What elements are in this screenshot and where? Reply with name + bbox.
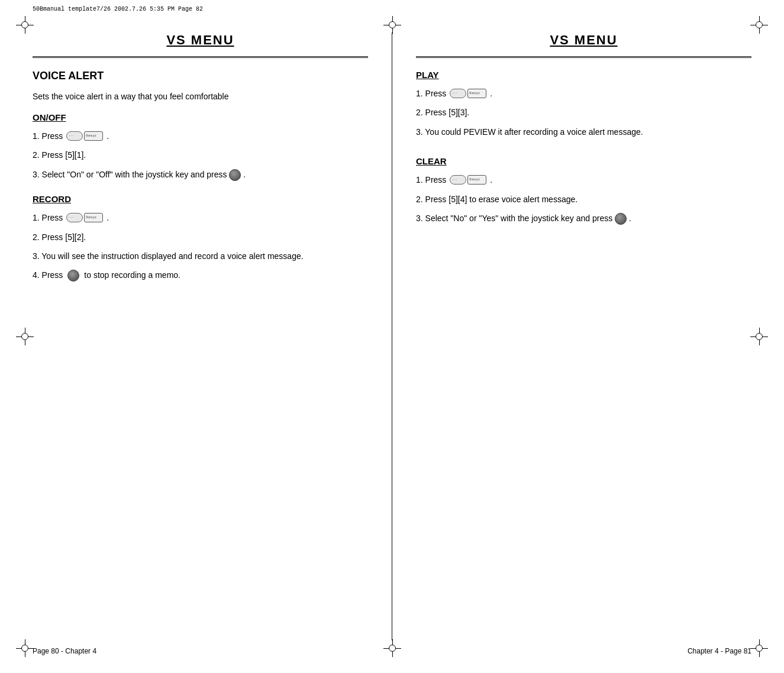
record-step1: 1. Press .: [33, 211, 368, 224]
oval-button-icon-1: [66, 131, 83, 141]
record-heading: RECORD: [33, 194, 368, 204]
voice-alert-heading: VOICE ALERT: [33, 70, 368, 82]
record-section: RECORD 1. Press . 2. Press [5][2]. 3. Yo…: [33, 194, 368, 282]
on-off-step2: 2. Press [5][1].: [33, 148, 368, 161]
record-step3: 3. You will see the instruction displaye…: [33, 250, 368, 263]
menu-button-1: [66, 131, 103, 141]
play-step2: 2. Press [5][3].: [416, 106, 751, 119]
left-column: VS MENU VOICE ALERT Sets the voice alert…: [33, 33, 392, 640]
oval-button-icon-4: [450, 175, 466, 185]
voice-alert-intro: Sets the voice alert in a way that you f…: [33, 90, 368, 103]
registration-mark-ml: [16, 328, 34, 345]
on-off-step1: 1. Press .: [33, 130, 368, 143]
left-page-title: VS MENU: [33, 33, 368, 48]
registration-mark-mr: [750, 328, 768, 345]
file-info-text: 50Bmanual template7/26 2002.7.26 5:35 PM…: [33, 6, 203, 12]
menu-button-2: [66, 213, 103, 222]
ok-button-icon-2: [67, 270, 79, 282]
registration-mark-br: [750, 639, 768, 657]
registration-mark-tc: [383, 16, 401, 34]
registration-mark-bl: [16, 639, 34, 657]
on-off-heading: ON/OFF: [33, 112, 368, 122]
play-step3: 3. You could PEVIEW it after recording a…: [416, 125, 751, 138]
title-divider-left: [33, 56, 368, 58]
ok-button-icon-1: [229, 169, 241, 181]
right-page-title: VS MENU: [416, 33, 751, 48]
on-off-step3: 3. Select "On" or "Off" with the joystic…: [33, 168, 368, 181]
clear-step3: 3. Select "No" or "Yes" with the joystic…: [416, 212, 751, 225]
play-section: PLAY 1. Press . 2. Press [5][3]. 3. You …: [416, 70, 751, 138]
play-step1: 1. Press .: [416, 87, 751, 100]
record-step4: 4. Press to stop recording a memo.: [33, 268, 368, 282]
right-column: VS MENU PLAY 1. Press . 2. Press [5][3].…: [392, 33, 751, 640]
footer-right: Chapter 4 - Page 81: [688, 647, 751, 655]
clear-heading: CLEAR: [416, 156, 751, 166]
rect-button-icon-4: [467, 175, 486, 185]
record-step2: 2. Press [5][2].: [33, 231, 368, 244]
clear-step1: 1. Press .: [416, 173, 751, 186]
footer-left: Page 80 - Chapter 4: [33, 647, 96, 655]
on-off-section: ON/OFF 1. Press . 2. Press [5][1]. 3. Se…: [33, 112, 368, 181]
oval-button-icon-2: [66, 213, 83, 222]
clear-section: CLEAR 1. Press . 2. Press [5][4] to eras…: [416, 156, 751, 225]
play-heading: PLAY: [416, 70, 751, 80]
rect-button-icon-1: [84, 131, 103, 141]
file-info-header: 50Bmanual template7/26 2002.7.26 5:35 PM…: [33, 6, 751, 12]
registration-mark-tl: [16, 16, 34, 34]
page-footer: Page 80 - Chapter 4 Chapter 4 - Page 81: [33, 647, 751, 655]
rect-button-icon-3: [467, 89, 486, 98]
menu-button-3: [450, 89, 486, 98]
rect-button-icon-2: [84, 213, 103, 222]
title-divider-right: [416, 56, 751, 58]
oval-button-icon-3: [450, 89, 466, 98]
ok-button-icon-3: [615, 213, 627, 225]
clear-step2: 2. Press [5][4] to erase voice alert mes…: [416, 193, 751, 206]
registration-mark-tr: [750, 16, 768, 34]
page-content: VS MENU VOICE ALERT Sets the voice alert…: [33, 33, 751, 640]
menu-button-4: [450, 175, 486, 185]
